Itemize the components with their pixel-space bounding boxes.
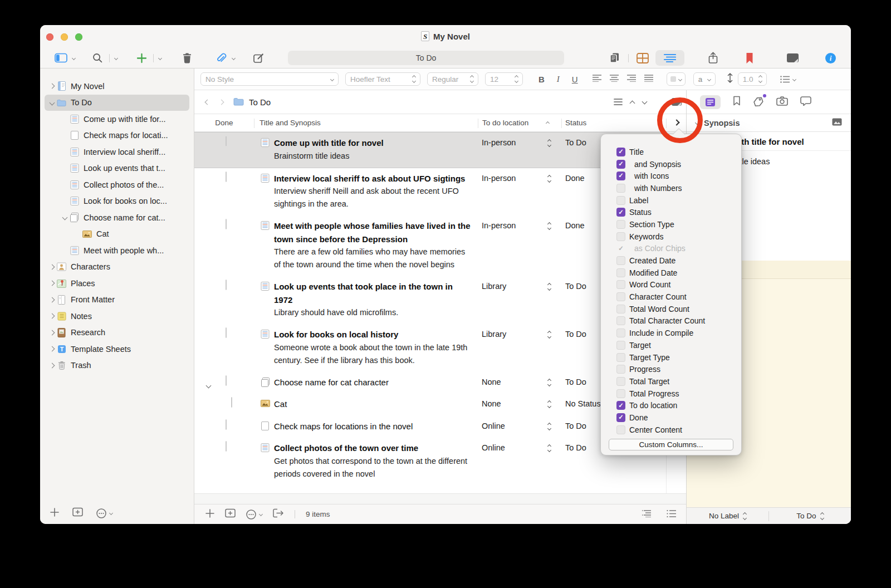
column-menu-item[interactable]: ✓ Progress [601,363,741,375]
binder-toggle-icon[interactable] [55,53,67,63]
menu-checkbox[interactable]: ✓ [616,305,625,313]
done-checkbox[interactable] [231,397,232,408]
compose-icon[interactable] [253,52,265,64]
outline-view-icon[interactable] [655,50,684,66]
outliner-row[interactable]: Cat None No Status [194,394,666,416]
align-left-icon[interactable] [593,74,601,84]
disclosure-chevron-icon[interactable] [60,215,70,219]
column-menu-item[interactable]: ✓ and Synopsis [601,158,741,170]
synopsis-image-icon[interactable] [832,118,842,128]
done-checkbox[interactable] [226,375,227,386]
column-menu-item[interactable]: ✓ Section Type [601,218,741,231]
text-color-well[interactable] [667,72,686,86]
row-title-cell[interactable]: Collect photos of the town over time Get… [254,442,476,481]
add-document-icon[interactable] [50,508,59,519]
column-menu-item[interactable]: ✓ Total Character Count [601,315,741,327]
binder-item[interactable]: Characters [45,259,189,276]
menu-checkbox[interactable]: ✓ [616,316,625,325]
outliner-row[interactable]: Collect photos of the town over time Get… [194,438,666,486]
attachment-chevron-icon[interactable] [232,56,236,60]
search-icon[interactable] [92,52,103,63]
add-folder-icon[interactable] [72,507,83,519]
move-down-icon[interactable] [642,99,648,105]
outliner-row[interactable]: Check maps for locations in the novel On… [194,416,666,438]
disclosure-chevron-icon[interactable] [60,150,70,154]
search-chevron-icon[interactable] [114,56,118,60]
column-header-done[interactable]: Done [194,119,254,127]
list-format-icon[interactable] [780,76,796,83]
outliner-row[interactable]: Come up with title for novel Brainstorm … [194,132,666,168]
column-menu-item[interactable]: ✓ Total Progress [601,388,741,400]
disclosure-chevron-icon[interactable] [47,314,57,318]
label-select[interactable]: No Label [687,512,768,520]
disclosure-chevron-icon[interactable] [47,101,57,105]
menu-checkbox[interactable]: ✓ [616,220,625,229]
add-folder-icon[interactable] [225,508,236,520]
share-icon[interactable] [708,52,718,64]
snapshots-tab-icon[interactable] [776,96,788,108]
row-location-cell[interactable]: None [476,376,560,389]
column-menu-item[interactable]: ✓ Keywords [601,231,741,243]
list-view-icon[interactable] [667,509,676,520]
bold-button[interactable]: B [538,75,545,84]
binder-item[interactable]: Research [45,325,189,341]
toolbar-search-field[interactable]: To Do [288,51,564,65]
done-checkbox[interactable] [226,280,227,290]
copyholder-icon[interactable] [609,52,620,63]
highlight-select[interactable]: a [693,72,716,86]
row-title-cell[interactable]: Cat [254,398,476,411]
column-menu-item[interactable]: ✓ Total Word Count [601,303,741,315]
bookmark-icon[interactable] [745,52,754,64]
binder-item[interactable]: Check maps for locati... [45,128,189,144]
row-location-cell[interactable]: Library [476,280,560,319]
menu-checkbox[interactable]: ✓ [616,208,625,217]
row-title-cell[interactable]: Come up with title for novel Brainstorm … [254,136,476,163]
column-menu-item[interactable]: ✓ Target Type [601,351,741,364]
notes-tab-icon[interactable] [700,95,721,109]
binder-item[interactable]: Front Matter [45,292,189,308]
location-stepper-icon[interactable] [548,379,551,389]
align-justify-icon[interactable] [644,74,653,84]
binder-item[interactable]: Places [45,275,189,292]
trash-icon[interactable] [182,52,193,64]
column-header-title[interactable]: Title and Synopsis [260,119,321,127]
location-stepper-icon[interactable] [548,401,551,411]
column-menu-item[interactable]: ✓ Include in Compile [601,327,741,339]
compose-mode-icon[interactable] [786,53,799,63]
add-item-chevron-icon[interactable] [158,56,162,60]
row-title-cell[interactable]: Look for books on local history Someone … [254,328,476,367]
menu-checkbox[interactable]: ✓ [616,268,625,277]
column-menu-item[interactable]: ✓ Character Count [601,291,741,303]
location-stepper-icon[interactable] [548,175,551,211]
column-menu-item[interactable]: ✓ Modified Date [601,267,741,279]
outliner-row[interactable]: Look up events that took place in the to… [194,276,666,324]
menu-checkbox[interactable]: ✓ [616,184,625,193]
binder-item[interactable]: Choose name for cat... [45,209,189,226]
sort-ascending-icon[interactable] [546,121,550,125]
disclosure-chevron-icon[interactable] [47,364,57,367]
row-title-cell[interactable]: Interview local sheriff to ask about UFO… [254,172,476,211]
menu-checkbox[interactable]: ✓ [616,329,625,337]
column-menu-item[interactable]: ✓ Center Content [601,424,741,436]
info-icon[interactable]: i [825,52,836,64]
column-menu-item[interactable]: ✓ Label [601,194,741,207]
column-menu-item[interactable]: ✓ with Icons [601,170,741,182]
done-checkbox[interactable] [226,219,227,229]
column-menu-item[interactable]: ✓ Word Count [601,279,741,291]
disclosure-chevron-icon[interactable] [60,166,70,170]
add-item-icon[interactable] [136,53,147,63]
back-icon[interactable] [205,100,210,105]
binder-item[interactable]: Interview local sheriff... [45,144,189,160]
menu-checkbox[interactable]: ✓ [616,377,625,386]
outliner-row[interactable]: Look for books on local history Someone … [194,324,666,372]
row-location-cell[interactable]: Online [476,420,560,433]
binder-item[interactable]: Look for books on loc... [45,193,189,210]
row-title-cell[interactable]: Check maps for locations in the novel [254,420,476,433]
column-header-location[interactable]: To do location [482,119,528,127]
binder-item[interactable]: Meet with people wh... [45,242,189,259]
italic-button[interactable]: I [557,75,560,84]
row-title-cell[interactable]: Choose name for cat character [254,376,476,389]
bookmarks-tab-icon[interactable] [733,96,741,108]
menu-checkbox[interactable]: ✓ [616,341,625,350]
column-menu-item[interactable]: ✓ Target [601,339,741,351]
